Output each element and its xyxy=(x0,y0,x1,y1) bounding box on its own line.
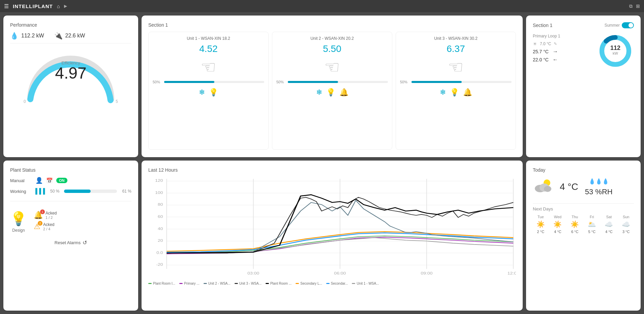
unit-3-bell-icon[interactable]: 🔔 xyxy=(463,88,472,97)
alarm-2-badge: 2 xyxy=(38,221,42,226)
day-tue-name: Tue xyxy=(538,215,544,219)
unit-3-bar-row: 50% xyxy=(400,80,512,84)
section1-units-card: Section 1 Unit 1 - WSAN-XIN 18.2 4.52 ☜ … xyxy=(142,16,523,157)
temp-in-value: 22.0 °C xyxy=(533,57,549,62)
grid-icon[interactable]: ⊞ xyxy=(636,3,640,9)
legend-dot-5 xyxy=(296,283,299,284)
unit-1-bar-label: 50% xyxy=(153,80,162,84)
unit-1-ice-icon[interactable]: ❄ xyxy=(199,88,205,97)
unit-3-bar-fill xyxy=(411,81,462,83)
day-sun-name: Sun xyxy=(623,215,630,219)
day-wed-name: Wed xyxy=(554,215,561,219)
divider xyxy=(10,201,131,201)
sun-temp-icon: ☀ xyxy=(533,41,537,47)
alarm-1-fraction: 1 / 2 xyxy=(45,216,57,220)
toggle-knob xyxy=(628,23,633,28)
unit-2-icon[interactable]: ☜ xyxy=(324,57,340,77)
unit-3-bulb-icon[interactable]: 💡 xyxy=(450,88,459,97)
svg-text:-20: -20 xyxy=(156,262,163,267)
working-bar-bg xyxy=(64,190,117,193)
svg-text:12:00: 12:00 xyxy=(508,271,516,275)
unit-2-name: Unit 2 - WSAN-XIN 20.2 xyxy=(310,36,354,41)
topbar: ☰ INTELLIPLANT ⌂ ▶ ⧉ ⊞ xyxy=(0,0,644,12)
menu-icon[interactable]: ☰ xyxy=(4,3,9,9)
unit-1-icon[interactable]: ☜ xyxy=(201,57,216,77)
reset-alarms-button[interactable]: Reset Alarms xyxy=(55,240,81,245)
unit-2-bar-label: 50% xyxy=(276,80,286,84)
drop-1-svg xyxy=(589,177,595,187)
unit-2-bar-bg xyxy=(288,81,388,83)
drop-3-svg xyxy=(603,177,609,187)
svg-text:100: 100 xyxy=(155,190,163,195)
svg-text:80: 80 xyxy=(158,202,163,207)
unit-2-ice-icon[interactable]: ❄ xyxy=(316,88,322,97)
unit-1-bar-row: 50% xyxy=(153,80,264,84)
legend-dot-0 xyxy=(148,283,152,284)
unit-2-bar-row: 50% xyxy=(276,80,388,84)
svg-text:09:00: 09:00 xyxy=(421,271,433,275)
day-sat-name: Sat xyxy=(606,215,612,219)
water-icon: 💧 xyxy=(10,32,19,40)
alarm-1-badge: 1 xyxy=(40,209,45,214)
summer-label: Summer xyxy=(605,23,620,28)
unit-2-bulb-icon[interactable]: 💡 xyxy=(326,88,335,97)
donut-chart: 112 kW xyxy=(597,32,634,69)
unit-2: Unit 2 - WSAN-XIN 20.2 5.50 ☜ 50% ❄ 💡 🔔 xyxy=(272,32,392,150)
legend-label-2: Unit 2 - WSA... xyxy=(208,282,231,285)
performance-title: Performance xyxy=(10,22,131,28)
sun-edit-icon[interactable]: ✎ xyxy=(554,41,557,46)
drop-2-svg xyxy=(596,177,602,187)
legend-item-7: Unit 1 - WSA... xyxy=(352,282,379,285)
legend-label-6: Secondar... xyxy=(331,282,348,285)
day-thu-name: Thu xyxy=(572,215,578,219)
toggle-switch[interactable] xyxy=(622,22,634,28)
unit-1-bulb-icon[interactable]: 💡 xyxy=(209,88,218,97)
manual-row: Manual 👤 📅 ON xyxy=(10,177,131,184)
svg-text:06:00: 06:00 xyxy=(334,271,346,275)
unit-2-value: 5.50 xyxy=(323,44,341,54)
svg-text:60: 60 xyxy=(158,214,163,219)
manual-label: Manual xyxy=(10,178,32,183)
reset-icon[interactable]: ↺ xyxy=(83,239,87,246)
plant-status-content: Manual 👤 📅 ON Working ▌▌▌ 50 % 61 % 💡 De… xyxy=(10,177,131,246)
legend-dot-4 xyxy=(266,283,269,284)
unit-3-icon[interactable]: ☜ xyxy=(448,57,464,77)
design-label: Design xyxy=(12,228,25,233)
legend-label-4: Plant Room ... xyxy=(270,282,292,285)
unit-3-name: Unit 3 - WSAN-XIN 30.2 xyxy=(434,36,478,41)
performance-metrics: 💧 112.2 kW 🔌 22.6 kW xyxy=(10,32,131,44)
next-days-grid: Tue ☀️ 2 °C Wed ☀️ 4 °C Thu ☀️ 6 °C Fri … xyxy=(533,215,634,234)
day-fri-name: Fri xyxy=(590,215,594,219)
day-tue-temp: 2 °C xyxy=(537,230,545,234)
legend-dot-1 xyxy=(179,283,183,284)
summer-toggle[interactable]: Summer xyxy=(605,22,634,28)
unit-2-bell-icon[interactable]: 🔔 xyxy=(339,88,348,97)
on-toggle[interactable]: ON xyxy=(56,178,67,183)
legend-item-4: Plant Room ... xyxy=(266,282,292,285)
unit-3: Unit 3 - WSAN-XIN 30.2 6.37 ☜ 50% ❄ 💡 🔔 xyxy=(396,32,516,150)
working-label: Working xyxy=(10,189,32,194)
day-wed-icon: ☀️ xyxy=(553,220,562,228)
legend-dot-3 xyxy=(235,283,238,284)
gauge-max: 5 xyxy=(116,99,118,104)
home-icon[interactable]: ⌂ xyxy=(57,3,60,9)
day-tue: Tue ☀️ 2 °C xyxy=(533,215,549,234)
day-sun-temp: 3 °C xyxy=(622,230,630,234)
section1-title: Section 1 xyxy=(148,22,516,28)
working-pct-label: 50 % xyxy=(50,189,59,194)
unit-1-value: 4.52 xyxy=(199,44,218,54)
gauge-min: 0 xyxy=(24,99,26,104)
bars-icon: ▌▌▌ xyxy=(35,188,47,194)
legend-label-3: Unit 3 - WSA... xyxy=(239,282,262,285)
unit-3-value: 6.37 xyxy=(447,44,465,54)
cloud-sun-svg xyxy=(533,177,553,195)
legend-label-1: Primary ... xyxy=(184,282,200,285)
alarm-items: 🔔 1 Acked 1 / 2 ⚠ 2 xyxy=(34,211,57,231)
weather-today: 4 °C 53 %RH xyxy=(533,177,634,197)
unit-2-bar-fill xyxy=(288,81,338,83)
legend-item-1: Primary ... xyxy=(179,282,200,285)
legend-dot-6 xyxy=(326,283,330,284)
alarm-2-text: Acked xyxy=(43,222,54,227)
window-icon[interactable]: ⧉ xyxy=(629,3,633,9)
unit-3-ice-icon[interactable]: ❄ xyxy=(440,88,446,97)
